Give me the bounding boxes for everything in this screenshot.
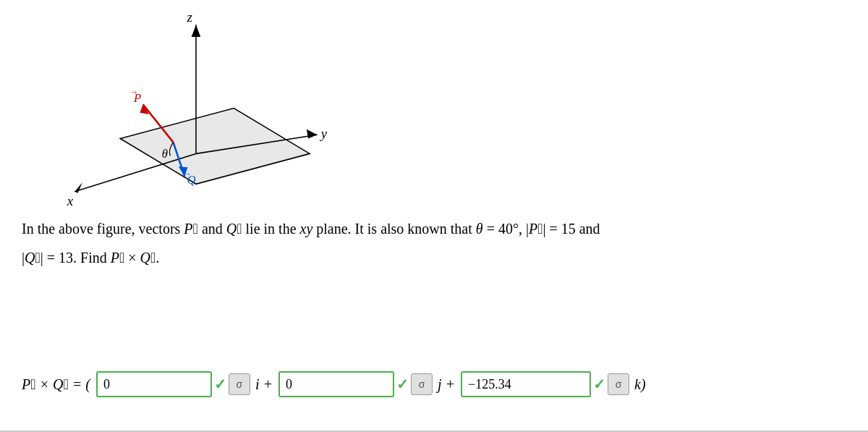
svg-text:z: z — [186, 9, 192, 25]
svg-text:y: y — [320, 126, 328, 141]
k-sigma-icon: σ — [616, 378, 622, 390]
j-sigma-button[interactable]: σ — [411, 373, 433, 395]
k-component-group: ✓ σ k) — [461, 371, 649, 397]
i-component-input[interactable] — [96, 371, 212, 397]
P-vector-text: P⃗ — [184, 221, 198, 237]
page-container: x y z P → Q → θ — [0, 0, 868, 432]
svg-text:x: x — [67, 193, 74, 208]
j-label: j + — [438, 376, 455, 393]
j-component-group: ✓ σ j + — [278, 371, 458, 397]
k-sigma-button[interactable]: σ — [608, 373, 629, 395]
j-component-input[interactable] — [278, 371, 394, 397]
svg-text:θ: θ — [162, 147, 168, 161]
k-component-input[interactable] — [461, 371, 591, 397]
j-checkmark: ✓ — [396, 376, 409, 393]
answer-row: P⃗ × Q⃗ = ( ✓ σ i + ✓ σ j + ✓ σ — [22, 371, 846, 397]
svg-text:→: → — [183, 169, 192, 178]
diagram: x y z P → Q → θ — [22, 7, 340, 224]
svg-marker-4 — [307, 130, 318, 139]
i-checkmark: ✓ — [214, 376, 226, 393]
Q-vector-text: Q⃗ — [226, 221, 242, 237]
svg-marker-0 — [120, 109, 310, 185]
equation-lhs: P⃗ × Q⃗ = ( — [22, 376, 90, 393]
i-sigma-icon: σ — [237, 378, 243, 390]
svg-marker-2 — [75, 182, 82, 193]
k-label: k) — [634, 376, 646, 393]
i-sigma-button[interactable]: σ — [229, 373, 250, 395]
svg-marker-6 — [192, 25, 201, 37]
j-sigma-icon: σ — [419, 378, 425, 390]
problem-text: In the above figure, vectors P⃗ and Q⃗ l… — [22, 217, 846, 275]
i-component-group: ✓ σ i + — [96, 371, 276, 397]
k-checkmark: ✓ — [593, 376, 605, 393]
svg-text:→: → — [130, 88, 139, 96]
i-label: i + — [255, 376, 273, 393]
